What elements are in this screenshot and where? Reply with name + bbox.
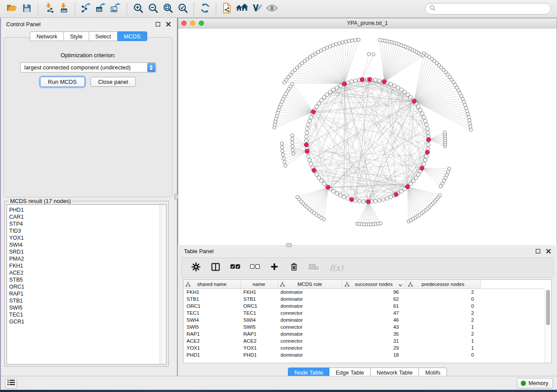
ring-node[interactable] [346, 196, 349, 200]
mcds-hub-node[interactable] [349, 197, 354, 202]
search-input[interactable] [438, 6, 547, 12]
leaf-node[interactable] [344, 40, 347, 44]
ring-node[interactable] [332, 189, 335, 193]
table-row[interactable]: ACE2ACE2connector311 [183, 337, 546, 344]
leaf-node[interactable] [291, 144, 294, 148]
import-network-button[interactable] [42, 2, 56, 16]
ring-node[interactable] [354, 79, 357, 83]
ring-node[interactable] [423, 119, 427, 123]
leaf-node[interactable] [443, 131, 446, 134]
ring-node[interactable] [315, 105, 318, 108]
table-row[interactable]: STB1STB1dominator620 [183, 296, 546, 303]
horizontal-splitter-grip[interactable] [286, 243, 292, 247]
table-row[interactable]: ORC1ORC1dominator610 [183, 303, 546, 309]
mcds-hub-node[interactable] [394, 193, 398, 197]
leaf-node[interactable] [379, 222, 382, 225]
memory-button[interactable]: Memory [517, 378, 553, 389]
ring-node[interactable] [426, 127, 429, 131]
ring-node[interactable] [409, 96, 412, 99]
leaf-node[interactable] [280, 142, 284, 145]
leaf-node[interactable] [468, 122, 472, 125]
mcds-hub-node[interactable] [367, 199, 371, 204]
window-maximize-button[interactable] [199, 21, 204, 26]
leaf-node[interactable] [281, 153, 285, 157]
ring-node[interactable] [317, 176, 321, 179]
ring-node[interactable] [305, 131, 308, 134]
ring-node[interactable] [309, 162, 313, 165]
export-table-button[interactable] [93, 2, 108, 16]
leaf-node[interactable] [367, 52, 371, 56]
mcds-hub-node[interactable] [412, 99, 416, 103]
mcds-hub-node[interactable] [305, 149, 309, 154]
ring-node[interactable] [339, 84, 342, 87]
ring-node[interactable] [377, 199, 381, 202]
deselect-all-columns-button[interactable] [249, 262, 260, 273]
leaf-node[interactable] [332, 44, 335, 47]
zoom-out-button[interactable] [145, 2, 160, 16]
table-scrollbar-thumb[interactable] [546, 290, 550, 325]
mcds-hub-node[interactable] [360, 78, 364, 82]
leaf-node[interactable] [467, 116, 471, 119]
leaf-node[interactable] [465, 109, 469, 113]
mcds-hub-node[interactable] [311, 110, 316, 114]
table-row[interactable]: FKH1FKH1dominator962 [183, 289, 546, 296]
ring-node[interactable] [414, 176, 418, 179]
table-scrollbar[interactable] [545, 289, 551, 363]
delete-column-button[interactable] [289, 262, 299, 273]
leaf-node[interactable] [280, 146, 284, 149]
ring-node[interactable] [422, 162, 426, 165]
task-history-button[interactable] [5, 378, 17, 389]
tab-network[interactable]: Network [30, 31, 64, 41]
mcds-hub-node[interactable] [426, 150, 430, 155]
criterion-select[interactable]: largest connected component (undirected) [20, 62, 156, 72]
table-row[interactable]: SWI5SWI5connector431 [183, 323, 546, 330]
column-header-successor-nodes[interactable]: successor nodes [342, 280, 405, 289]
leaf-node[interactable] [438, 193, 442, 197]
refresh-button[interactable] [197, 2, 212, 16]
save-session-button[interactable] [19, 2, 34, 16]
homes-button[interactable] [235, 2, 249, 16]
float-table-panel-button[interactable] [535, 248, 540, 254]
close-panel-button[interactable] [166, 21, 171, 27]
open-file-button[interactable] [4, 2, 19, 16]
add-column-button[interactable] [269, 262, 280, 273]
leaf-node[interactable] [291, 138, 294, 141]
table-row[interactable]: RAP1RAP1dominator352 [183, 330, 546, 337]
ring-node[interactable] [339, 193, 342, 197]
network-from-file-button[interactable] [220, 2, 235, 16]
ring-node[interactable] [412, 179, 415, 182]
leaf-node[interactable] [347, 39, 351, 43]
mcds-hub-node[interactable] [343, 82, 347, 86]
ring-node[interactable] [329, 90, 332, 94]
leaf-node[interactable] [335, 43, 338, 46]
column-header-MCDS-role[interactable]: MCDS role [277, 280, 342, 289]
ring-node[interactable] [350, 80, 353, 83]
column-header-shared-name[interactable]: shared name [183, 280, 240, 289]
window-minimize-button[interactable] [190, 21, 195, 26]
vertical-splitter-grip[interactable] [174, 194, 178, 199]
table-settings-button[interactable] [190, 262, 201, 273]
ring-node[interactable] [416, 105, 420, 108]
run-mcds-button[interactable]: Run MCDS [40, 77, 85, 87]
leaf-node[interactable] [322, 217, 325, 221]
leaf-node[interactable] [446, 170, 450, 174]
zoom-fit-button[interactable] [160, 2, 175, 16]
ring-node[interactable] [374, 78, 377, 82]
table-row[interactable]: PHD1PHD1dominator180 [183, 351, 546, 358]
ring-node[interactable] [304, 139, 308, 142]
leaf-node[interactable] [468, 119, 471, 122]
leaf-node[interactable] [291, 148, 295, 152]
mcds-hub-node[interactable] [382, 80, 387, 84]
vizmapper-button[interactable] [249, 2, 264, 16]
leaf-node[interactable] [469, 125, 472, 128]
import-table-button[interactable] [56, 2, 71, 16]
ring-node[interactable] [325, 93, 329, 96]
ring-node[interactable] [400, 189, 403, 193]
ring-node[interactable] [335, 192, 339, 195]
leaf-node[interactable] [357, 38, 360, 41]
ring-node[interactable] [393, 84, 396, 87]
export-network-button[interactable] [79, 2, 93, 16]
leaf-node[interactable] [378, 38, 382, 42]
mcds-result-listbox[interactable]: PHD1CAR1STP4TID3YOX1SWI4SRD1PMA2FKH1ACE2… [7, 204, 166, 364]
leaf-node[interactable] [350, 39, 354, 42]
